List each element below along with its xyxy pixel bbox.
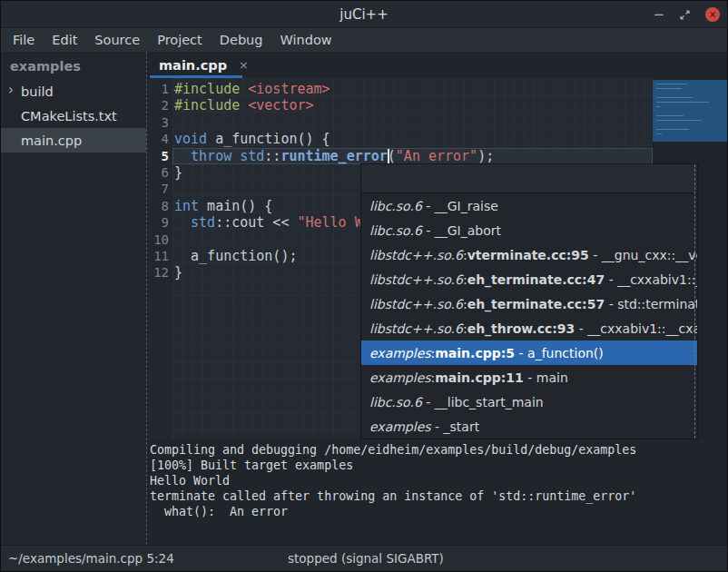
- backtrace-file-line: eh_throw.cc:93: [467, 321, 576, 336]
- code-line: #include <vector>: [172, 97, 653, 113]
- backtrace-library: examples: [369, 419, 431, 434]
- file-location-status: ~/examples/main.cpp 5:24: [8, 551, 174, 566]
- backtrace-item[interactable]: libstdc++.so.6:eh_terminate.cc:57 - std:…: [361, 291, 697, 316]
- code-line: throw std::runtime_error("An error");: [172, 148, 653, 164]
- line-number: 5: [147, 148, 172, 164]
- backtrace-file-line: vterminate.cc:95: [467, 248, 589, 262]
- status-bar: ~/examples/main.cpp 5:24 stopped (signal…: [1, 545, 727, 571]
- menu-bar: FileEditSourceProjectDebugWindow: [1, 28, 727, 52]
- backtrace-symbol: - __GI_abort: [422, 223, 501, 238]
- backtrace-item[interactable]: libc.so.6 - __GI_raise: [361, 193, 697, 218]
- backtrace-library: examples: [369, 346, 431, 360]
- backtrace-symbol: - main: [524, 370, 568, 385]
- backtrace-symbol: - __GI_raise: [422, 199, 498, 213]
- debug-status: stopped (signal SIGABRT): [288, 551, 444, 566]
- line-number: 10: [147, 232, 172, 248]
- backtrace-item[interactable]: libstdc++.so.6:eh_throw.cc:93 - __cxxabi…: [361, 316, 697, 340]
- backtrace-library: examples: [369, 370, 431, 385]
- menu-item-window[interactable]: Window: [280, 33, 331, 47]
- backtrace-popup-header: [361, 164, 697, 193]
- backtrace-library: libstdc++.so.6: [369, 272, 463, 287]
- line-number-gutter: 123456789101112: [147, 78, 172, 439]
- backtrace-library: libc.so.6: [369, 395, 422, 409]
- backtrace-file-line: eh_terminate.cc:57: [467, 297, 605, 311]
- file-tree: ›buildCMakeLists.txtmain.cpp: [1, 79, 146, 153]
- backtrace-popup: libc.so.6 - __GI_raiselibc.so.6 - __GI_a…: [360, 163, 698, 439]
- backtrace-symbol: - __libc_start_main: [422, 395, 544, 409]
- backtrace-item[interactable]: examples:main.cpp:5 - a_function(): [361, 340, 697, 365]
- tab-bar: main.cpp ×: [147, 52, 727, 78]
- tree-item-label: CMakeLists.txt: [1, 109, 117, 123]
- backtrace-item[interactable]: libc.so.6 - __GI_abort: [361, 218, 697, 242]
- line-number: 12: [147, 264, 172, 281]
- terminal-output: Compiling and debugging /home/eidheim/ex…: [147, 439, 727, 547]
- terminal-line: what(): An error: [150, 504, 727, 519]
- line-number: 1: [147, 81, 172, 97]
- window-buttons: − ✕: [653, 1, 720, 28]
- restore-icon[interactable]: [679, 9, 691, 21]
- minimize-button[interactable]: −: [653, 8, 664, 22]
- tab-main-cpp[interactable]: main.cpp ×: [150, 52, 260, 78]
- chevron-right-icon[interactable]: ›: [8, 82, 14, 98]
- code-line: [172, 114, 653, 131]
- backtrace-symbol: - a_function(): [515, 346, 604, 360]
- backtrace-item[interactable]: libc.so.6 - __libc_start_main: [361, 390, 697, 414]
- line-number: 9: [147, 214, 172, 231]
- popup-scrollbar[interactable]: [694, 164, 695, 439]
- line-number: 11: [147, 248, 172, 264]
- tab-close-icon[interactable]: ×: [239, 58, 249, 72]
- menu-item-file[interactable]: File: [13, 33, 34, 47]
- text-cursor: [388, 149, 389, 164]
- code-line: void a_function() {: [172, 131, 653, 147]
- window-title: juCi++: [1, 6, 727, 23]
- backtrace-list: libc.so.6 - __GI_raiselibc.so.6 - __GI_a…: [361, 193, 697, 439]
- backtrace-library: libstdc++.so.6: [369, 321, 463, 336]
- terminal-line: terminate called after throwing an insta…: [150, 488, 727, 504]
- terminal-line: [100%] Built target examples: [150, 458, 727, 473]
- backtrace-item[interactable]: libstdc++.so.6:eh_terminate.cc:47 - __cx…: [361, 267, 697, 291]
- backtrace-library: libc.so.6: [369, 199, 422, 213]
- backtrace-item[interactable]: examples:main.cpp:11 - main: [361, 365, 697, 390]
- tree-item-main-cpp[interactable]: main.cpp: [1, 128, 146, 153]
- line-number: 7: [147, 181, 172, 197]
- line-number: 8: [147, 198, 172, 214]
- backtrace-library: libc.so.6: [369, 223, 422, 238]
- line-number: 2: [147, 97, 172, 113]
- backtrace-file-line: main.cpp:5: [435, 346, 515, 360]
- backtrace-file-line: eh_terminate.cc:47: [467, 272, 605, 287]
- menu-item-source[interactable]: Source: [94, 33, 140, 47]
- backtrace-library: libstdc++.so.6: [369, 297, 463, 311]
- terminal-line: Hello World: [150, 473, 727, 488]
- backtrace-file-line: main.cpp:11: [435, 370, 524, 385]
- backtrace-item[interactable]: examples - _start: [361, 414, 697, 439]
- code-line: #include <iostream>: [172, 81, 653, 97]
- terminal-line: Compiling and debugging /home/eidheim/ex…: [150, 442, 727, 458]
- backtrace-symbol: - __gnu_cxx::__verbose_terminate_handler…: [589, 248, 697, 262]
- menu-item-debug[interactable]: Debug: [220, 33, 263, 47]
- line-number: 4: [147, 131, 172, 147]
- backtrace-symbol: - _start: [431, 419, 480, 434]
- backtrace-library: libstdc++.so.6: [369, 248, 463, 262]
- tree-item-cmakelists-txt[interactable]: CMakeLists.txt: [1, 104, 146, 128]
- backtrace-symbol: - std::terminate(): [605, 297, 697, 311]
- menu-item-edit[interactable]: Edit: [52, 33, 77, 47]
- tree-item-build[interactable]: ›build: [1, 79, 146, 104]
- backtrace-item[interactable]: libstdc++.so.6:vterminate.cc:95 - __gnu_…: [361, 242, 697, 267]
- project-sidebar: examples ›buildCMakeLists.txtmain.cpp: [1, 52, 146, 545]
- tree-item-label: main.cpp: [1, 133, 82, 148]
- line-number: 3: [147, 114, 172, 131]
- title-bar[interactable]: juCi++ − ✕: [1, 1, 727, 28]
- app-window: juCi++ − ✕ FileEditSourceProjectDebugWin…: [0, 0, 728, 572]
- minimap-visible-region[interactable]: [653, 80, 727, 142]
- backtrace-symbol: - __cxxabiv1::__terminate(void (*)()): [605, 272, 697, 287]
- menu-item-project[interactable]: Project: [157, 33, 202, 47]
- line-number: 6: [147, 164, 172, 181]
- project-name: examples: [1, 52, 146, 79]
- backtrace-symbol: - __cxxabiv1::__cxa_throw: [575, 321, 697, 336]
- tab-label: main.cpp: [159, 58, 227, 73]
- close-button[interactable]: ✕: [705, 7, 720, 22]
